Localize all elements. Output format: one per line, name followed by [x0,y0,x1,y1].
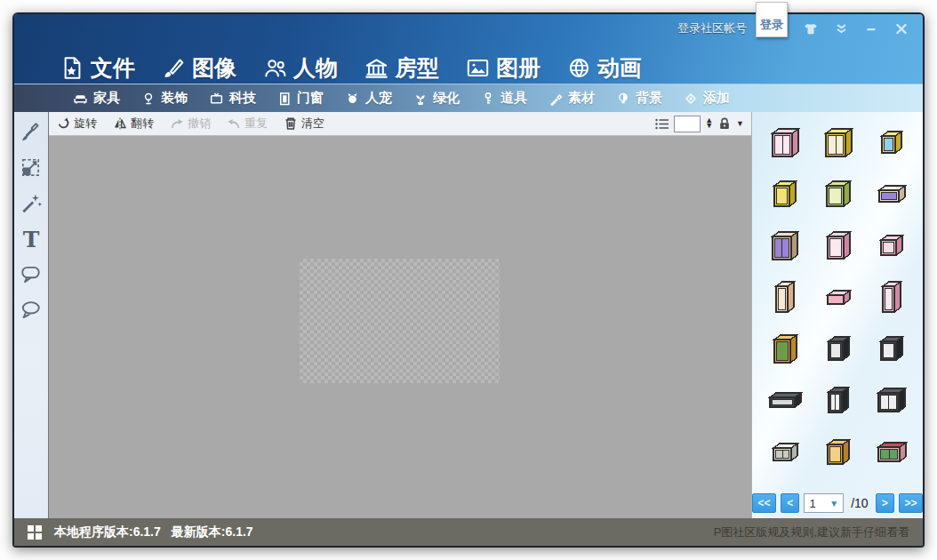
furniture-item-purple-nightstand[interactable] [865,168,918,220]
rotate-button[interactable]: 旋转 [56,116,97,132]
furniture-item-yellow-dresser[interactable] [758,168,812,220]
login-button[interactable]: 登录 [756,2,788,37]
menu-item-album[interactable]: 图册 [466,53,541,83]
flip-button[interactable]: 翻转 [113,116,154,132]
stepper-arrows[interactable]: ▲▼ [705,118,713,128]
people-icon [263,56,287,80]
magic-wand-tool[interactable] [16,187,46,220]
category-label: 家具 [93,90,120,107]
canvas-toolbar: 旋转 翻转 [49,112,751,136]
category-greenery[interactable]: 绿化 [413,90,460,107]
flip-label: 翻转 [131,116,154,132]
menu-item-label: 图像 [192,53,236,83]
furniture-item-pink-tall-wardrobe[interactable] [865,271,918,323]
latest-version-text: 最新版本:6.1.7 [172,524,253,540]
close-icon[interactable] [893,20,910,36]
brush-icon [162,56,186,80]
furniture-item-frog-cabinet[interactable] [812,168,865,220]
window-controls [802,20,910,36]
furniture-item-yellow-wardrobe[interactable] [812,116,865,168]
category-add[interactable]: 添加 [684,90,730,107]
next-page-button[interactable]: > [876,493,894,513]
minimize-icon[interactable] [862,20,880,36]
rotate-label: 旋转 [74,116,97,132]
menu-item-file[interactable]: 文件 [60,53,135,83]
chevron-down-icon[interactable]: ▼ [736,119,744,128]
furniture-item-wooden-dresser[interactable] [812,426,865,477]
menu-item-room[interactable]: 房型 [364,53,439,83]
furniture-item-gray-cabinet[interactable] [758,426,812,477]
category-decoration[interactable]: 装饰 [141,90,188,107]
page-select[interactable]: 1 ▼ [804,493,844,513]
collapse-icon[interactable] [832,20,850,36]
local-version-text: 本地程序版本:6.1.7 [54,524,161,540]
furniture-item-pink-vanity[interactable] [812,220,865,271]
transparent-artboard[interactable] [300,259,500,383]
furniture-grid [758,116,918,477]
speech-bubble-tool[interactable] [16,258,46,292]
category-label: 装饰 [161,90,188,107]
furniture-item-black-tv-stand[interactable] [758,374,812,426]
menu-item-image[interactable]: 图像 [162,53,236,83]
category-props[interactable]: 道具 [481,90,527,107]
menu-item-label: 文件 [91,53,135,83]
furniture-item-black-shelf-cabinet[interactable] [865,323,918,374]
oval-bubble-tool[interactable] [16,293,46,327]
menu-item-label: 动画 [597,53,642,83]
login-hint-text[interactable]: 登录社区帐号 [677,20,747,36]
clear-label: 清空 [301,116,324,132]
step-down-icon[interactable]: ▼ [705,124,713,129]
file-star-icon [60,56,84,80]
paint-tool[interactable] [16,116,46,149]
undo-button[interactable]: 撤销 [170,116,211,132]
skin-icon[interactable] [802,20,820,36]
redo-label: 重复 [244,116,268,132]
furniture-item-striped-wardrobe[interactable] [758,220,812,271]
category-materials[interactable]: 素材 [549,90,595,107]
furniture-item-peach-bookshelf[interactable] [758,271,812,323]
transform-tool[interactable] [16,151,46,185]
status-left: 本地程序版本:6.1.7 最新版本:6.1.7 [28,524,253,540]
prev-page-button[interactable]: < [781,493,799,513]
scale-input[interactable] [674,116,701,132]
menu-item-animation[interactable]: 动画 [567,53,642,83]
category-label: 添加 [703,90,730,107]
category-doors-windows[interactable]: 门窗 [277,90,324,107]
furniture-item-green-bookshelf[interactable] [758,323,812,374]
furniture-item-black-wardrobe[interactable] [812,374,865,426]
furniture-item-black-double-wardrobe[interactable] [865,374,918,426]
furniture-item-black-drawer-cabinet[interactable] [812,323,865,374]
text-tool[interactable]: T [16,222,46,256]
furniture-item-red-green-bookcase[interactable] [865,426,918,477]
diamond-icon [684,92,698,106]
main-area: T [14,112,923,518]
category-furniture[interactable]: 家具 [73,90,120,107]
furniture-item-yellow-mirror-cabinet[interactable] [865,116,918,168]
last-page-button[interactable]: >> [899,493,923,513]
community-notice-link[interactable]: P图社区版规及规则,建议新手仔细看看 [714,524,909,540]
page-select-caret-icon: ▼ [829,499,838,508]
canvas[interactable] [49,136,751,518]
list-icon[interactable] [654,117,669,131]
picture-icon [466,56,490,80]
lock-icon[interactable] [717,116,732,131]
plant-icon [413,92,428,106]
menu-item-label: 图册 [496,53,541,83]
canvas-area: 旋转 翻转 [49,112,751,518]
furniture-item-pink-bench[interactable] [812,271,865,323]
category-background[interactable]: 背景 [616,90,662,107]
first-page-button[interactable]: << [752,493,776,513]
item-panel: << < 1 ▼ /10 > >> [751,112,923,518]
category-label: 素材 [568,90,595,107]
clear-button[interactable]: 清空 [284,116,324,132]
pagination: << < 1 ▼ /10 > >> [752,493,923,513]
furniture-item-pink-nightstand[interactable] [865,220,918,271]
redo-button[interactable]: 重复 [227,116,268,132]
furniture-item-pink-bookcase[interactable] [758,116,812,168]
category-label: 门窗 [297,90,324,107]
menu-item-people[interactable]: 人物 [263,53,338,83]
text-tool-glyph: T [23,228,40,251]
category-people-pets[interactable]: 人宠 [345,90,392,107]
category-technology[interactable]: 科技 [209,90,256,107]
canvas-toolbar-right: ▲▼ ▼ [654,116,744,132]
